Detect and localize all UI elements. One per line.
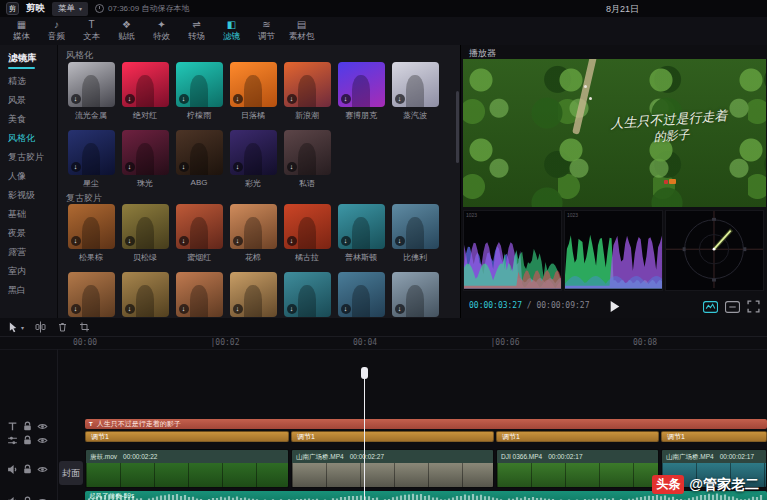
- lock-icon[interactable]: [22, 461, 33, 479]
- tab-media[interactable]: ▦媒体: [4, 17, 39, 45]
- filter-item[interactable]: ↓松果棕: [64, 204, 118, 263]
- cover-button[interactable]: 封面: [59, 461, 83, 485]
- filter-item[interactable]: ↓: [388, 272, 442, 317]
- eye-icon[interactable]: [37, 432, 48, 450]
- filter-item[interactable]: ↓贝松绿: [118, 204, 172, 263]
- filter-thumbnail[interactable]: ↓: [230, 204, 277, 249]
- download-icon[interactable]: ↓: [395, 236, 405, 246]
- playhead-handle[interactable]: [361, 367, 368, 379]
- timeline-ruler[interactable]: 00:00|00:0200:04|00:0600:08: [0, 336, 767, 350]
- adjust-clip[interactable]: 调节1: [85, 431, 289, 442]
- filter-item[interactable]: ↓蒸汽波: [388, 62, 442, 121]
- download-icon[interactable]: ↓: [125, 94, 135, 104]
- sidebar-item-美食[interactable]: 美食: [0, 110, 57, 129]
- filter-item[interactable]: ↓蜜烟红: [172, 204, 226, 263]
- download-icon[interactable]: ↓: [287, 304, 297, 314]
- download-icon[interactable]: ↓: [71, 162, 81, 172]
- filter-item[interactable]: ↓私语: [280, 130, 334, 189]
- sidebar-item-精选[interactable]: 精选: [0, 72, 57, 91]
- filter-thumbnail[interactable]: ↓: [284, 204, 331, 249]
- select-tool-button[interactable]: ▾: [8, 321, 24, 333]
- download-icon[interactable]: ↓: [287, 94, 297, 104]
- speaker-icon[interactable]: [7, 461, 18, 479]
- filter-thumbnail[interactable]: ↓: [176, 204, 223, 249]
- download-icon[interactable]: ↓: [287, 162, 297, 172]
- delete-tool-icon[interactable]: [57, 321, 68, 333]
- filter-thumbnail[interactable]: ↓: [284, 130, 331, 175]
- adjust-clip[interactable]: 调节1: [496, 431, 659, 442]
- filter-item[interactable]: ↓赛博朋克: [334, 62, 388, 121]
- filter-thumbnail[interactable]: ↓: [68, 272, 115, 317]
- download-icon[interactable]: ↓: [233, 162, 243, 172]
- filter-item[interactable]: ↓日落橘: [226, 62, 280, 121]
- download-icon[interactable]: ↓: [395, 94, 405, 104]
- filter-item[interactable]: ↓绝对红: [118, 62, 172, 121]
- download-icon[interactable]: ↓: [341, 94, 351, 104]
- tab-filter[interactable]: ◧滤镜: [214, 17, 249, 45]
- filter-item[interactable]: ↓: [334, 272, 388, 317]
- tab-transition[interactable]: ⇌转场: [179, 17, 214, 45]
- eye-icon[interactable]: [37, 493, 48, 500]
- adjust-clip[interactable]: 调节1: [661, 431, 767, 442]
- download-icon[interactable]: ↓: [179, 94, 189, 104]
- sidebar-item-黑白[interactable]: 黑白: [0, 281, 57, 300]
- filter-thumbnail[interactable]: ↓: [176, 62, 223, 107]
- crop-tool-icon[interactable]: [79, 321, 90, 333]
- adjust-clip[interactable]: 调节1: [291, 431, 494, 442]
- filter-item[interactable]: ↓柠檬雨: [172, 62, 226, 121]
- filter-thumbnail[interactable]: ↓: [392, 62, 439, 107]
- filter-thumbnail[interactable]: ↓: [122, 130, 169, 175]
- filter-thumbnail[interactable]: ↓: [284, 62, 331, 107]
- filter-thumbnail[interactable]: ↓: [338, 204, 385, 249]
- tab-effects[interactable]: ✦特效: [144, 17, 179, 45]
- playhead-line[interactable]: [364, 367, 365, 500]
- sidebar-item-影视级[interactable]: 影视级: [0, 186, 57, 205]
- video-clip[interactable]: 山南广场桥.MP400:00:02:27: [291, 449, 494, 488]
- filter-item[interactable]: ↓: [226, 272, 280, 317]
- sidebar-item-室内[interactable]: 室内: [0, 262, 57, 281]
- filter-item[interactable]: ↓: [118, 272, 172, 317]
- adjust-icon[interactable]: [7, 432, 18, 450]
- filter-item[interactable]: ↓彩光: [226, 130, 280, 189]
- filter-item[interactable]: ↓比佛利: [388, 204, 442, 263]
- lock-icon[interactable]: [22, 493, 33, 500]
- video-preview[interactable]: 人生只不过是行走着 的影子: [463, 59, 766, 207]
- filter-item[interactable]: ↓星尘: [64, 130, 118, 189]
- filter-item[interactable]: ↓: [172, 272, 226, 317]
- download-icon[interactable]: ↓: [395, 304, 405, 314]
- filter-panel-scrollbar[interactable]: [456, 91, 459, 163]
- text-clip[interactable]: T 人生只不过是行走着的影子: [85, 419, 767, 429]
- filter-item[interactable]: ↓流光金属: [64, 62, 118, 121]
- play-button[interactable]: [609, 299, 621, 312]
- tab-sticker[interactable]: ❖贴纸: [109, 17, 144, 45]
- download-icon[interactable]: ↓: [341, 304, 351, 314]
- filter-thumbnail[interactable]: ↓: [338, 62, 385, 107]
- download-icon[interactable]: ↓: [341, 236, 351, 246]
- filter-item[interactable]: ↓珠光: [118, 130, 172, 189]
- sidebar-item-露营[interactable]: 露营: [0, 243, 57, 262]
- filter-thumbnail[interactable]: ↓: [68, 130, 115, 175]
- eye-icon[interactable]: [37, 461, 48, 479]
- video-clip[interactable]: DJI 0366.MP400:00:02:17: [496, 449, 659, 488]
- sidebar-item-基础[interactable]: 基础: [0, 205, 57, 224]
- sidebar-item-风格化[interactable]: 风格化: [0, 129, 57, 148]
- sidebar-item-夜景[interactable]: 夜景: [0, 224, 57, 243]
- download-icon[interactable]: ↓: [125, 236, 135, 246]
- filter-thumbnail[interactable]: ↓: [122, 62, 169, 107]
- filter-thumbnail[interactable]: ↓: [68, 204, 115, 249]
- download-icon[interactable]: ↓: [179, 304, 189, 314]
- video-clip[interactable]: 唐鼓.mov00:00:02:22: [85, 449, 289, 488]
- scopes-toggle-icon[interactable]: [703, 301, 718, 313]
- download-icon[interactable]: ↓: [71, 94, 81, 104]
- filter-item[interactable]: ↓: [64, 272, 118, 317]
- download-icon[interactable]: ↓: [179, 236, 189, 246]
- ratio-icon[interactable]: [725, 301, 740, 313]
- filter-thumbnail[interactable]: ↓: [392, 204, 439, 249]
- split-tool-icon[interactable]: [35, 321, 46, 333]
- sidebar-item-风景[interactable]: 风景: [0, 91, 57, 110]
- filter-thumbnail[interactable]: ↓: [284, 272, 331, 317]
- download-icon[interactable]: ↓: [287, 236, 297, 246]
- filter-thumbnail[interactable]: ↓: [230, 130, 277, 175]
- filter-thumbnail[interactable]: ↓: [338, 272, 385, 317]
- tab-audio[interactable]: ♪音频: [39, 17, 74, 45]
